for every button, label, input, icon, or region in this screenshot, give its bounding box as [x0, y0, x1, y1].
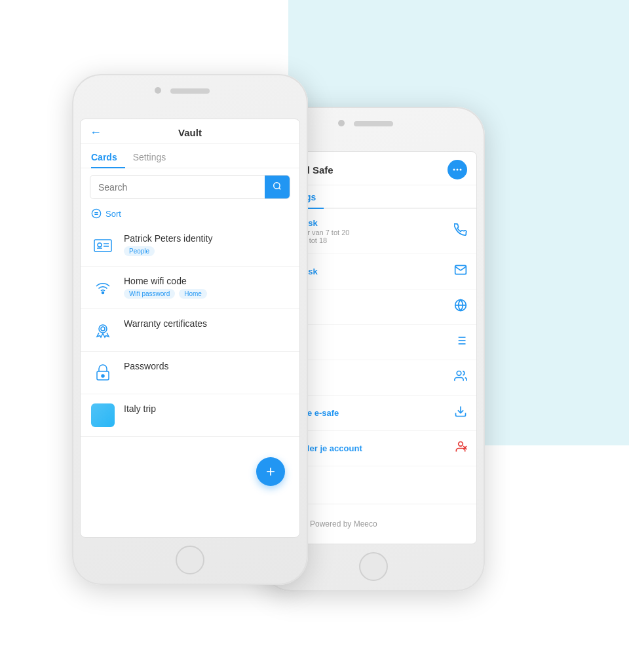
id-card-icon — [91, 233, 115, 257]
search-input[interactable] — [90, 176, 265, 198]
svg-line-17 — [279, 188, 281, 190]
italy-trip-thumbnail — [91, 403, 115, 427]
phone-icon — [454, 223, 467, 240]
users-icon — [454, 369, 467, 386]
vault-title: Vault — [178, 127, 202, 138]
svg-point-2 — [460, 169, 462, 171]
safe-menu-button[interactable] — [448, 160, 467, 179]
svg-point-22 — [98, 243, 102, 247]
speaker-bar — [354, 121, 393, 126]
vault-item-content: Patrick Peters identity People — [124, 233, 289, 256]
svg-point-27 — [99, 325, 107, 333]
vault-items-list: Patrick Peters identity People — [81, 224, 299, 537]
back-button[interactable]: ← — [90, 126, 102, 140]
vault-item-title: Passwords — [124, 361, 289, 371]
svg-point-26 — [102, 292, 104, 294]
vault-item-content: Italy trip — [124, 403, 289, 417]
add-button[interactable]: + — [256, 457, 285, 486]
vault-tabs: Cards Settings — [81, 147, 299, 168]
sort-label: Sort — [105, 209, 121, 219]
user-delete-icon — [454, 440, 467, 457]
vault-item-content: Warranty certificates — [124, 318, 289, 331]
home-button[interactable] — [176, 546, 204, 574]
list-icon — [454, 334, 467, 350]
list-item[interactable]: Passwords — [81, 352, 299, 394]
tab-cards[interactable]: Cards — [91, 147, 125, 168]
vault-item-title: Italy trip — [124, 403, 289, 414]
phone-vault: ← Vault Cards Settings — [72, 74, 308, 585]
vault-item-title: Warranty certificates — [124, 318, 289, 329]
svg-point-30 — [102, 375, 104, 377]
phones-container: Digital Safe Settings — [52, 35, 577, 637]
globe-icon — [454, 299, 467, 315]
vault-item-content: Home wifi code Wifi password Home — [124, 276, 289, 299]
home-button[interactable] — [359, 552, 388, 581]
certificate-icon — [91, 318, 115, 342]
vault-header: ← Vault — [81, 119, 299, 144]
speaker-bar — [170, 88, 210, 94]
svg-point-18 — [92, 209, 100, 217]
vault-item-tags: Wifi password Home — [124, 289, 289, 299]
tag-people[interactable]: People — [124, 246, 155, 256]
vault-item-title: Patrick Peters identity — [124, 233, 289, 244]
svg-point-13 — [459, 442, 463, 447]
list-item[interactable]: Patrick Peters identity People — [81, 224, 299, 267]
wifi-icon — [91, 276, 115, 299]
sort-control[interactable]: Sort — [81, 206, 299, 224]
email-icon — [454, 263, 467, 280]
list-item[interactable]: Warranty certificates — [81, 309, 299, 352]
svg-point-0 — [453, 169, 455, 171]
list-item[interactable]: Italy trip — [81, 394, 299, 437]
lock-icon — [91, 361, 115, 384]
svg-point-11 — [457, 371, 461, 376]
camera-dot — [338, 120, 345, 126]
svg-point-28 — [101, 327, 105, 331]
tag-home[interactable]: Home — [179, 289, 207, 299]
download-icon — [454, 405, 467, 421]
powered-by-text: Powered by Meeco — [310, 519, 377, 529]
list-item[interactable]: Home wifi code Wifi password Home — [81, 267, 299, 309]
vault-item-tags: People — [124, 246, 289, 256]
search-button[interactable] — [265, 176, 290, 198]
vault-screen: ← Vault Cards Settings — [80, 119, 300, 538]
svg-point-1 — [457, 169, 459, 171]
tab-settings[interactable]: Settings — [133, 147, 174, 168]
vault-item-content: Passwords — [124, 361, 289, 374]
svg-rect-21 — [94, 240, 111, 252]
search-bar — [90, 175, 290, 199]
svg-point-16 — [274, 183, 280, 189]
vault-item-title: Home wifi code — [124, 276, 289, 286]
camera-dot — [155, 87, 161, 94]
tag-wifi[interactable]: Wifi password — [124, 289, 175, 299]
